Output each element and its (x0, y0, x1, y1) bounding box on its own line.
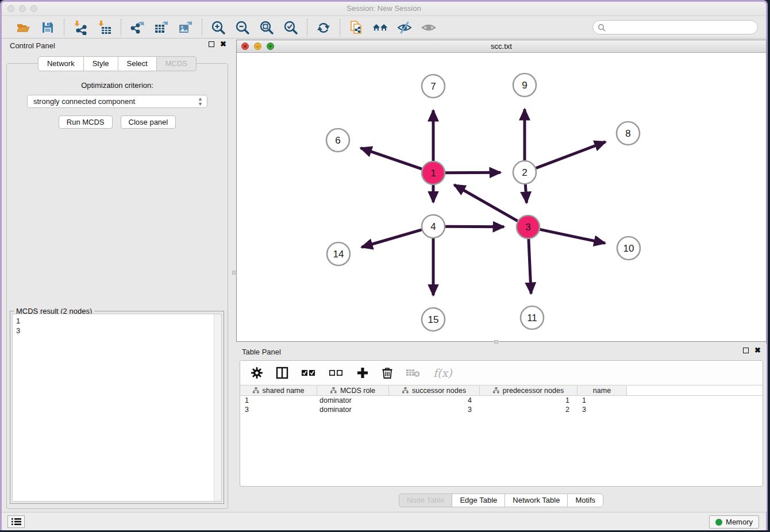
show-column-panel-icon[interactable] (276, 367, 288, 379)
search-input[interactable] (606, 22, 757, 33)
close-panel-button[interactable]: Close panel (121, 115, 176, 129)
mcds-result-group: MCDS result (2 nodes) 1 3 (10, 311, 224, 504)
network-view-window: ✕ – + scc.txt 7968124314101511 (236, 40, 767, 342)
export-table-icon[interactable] (153, 20, 170, 36)
create-column-icon[interactable] (356, 367, 369, 379)
column-type-icon (493, 387, 499, 394)
column-header-successor-nodes[interactable]: successor nodes (389, 385, 480, 396)
graph-node-label: 1 (430, 168, 436, 179)
hide-selected-eye-icon[interactable] (396, 20, 413, 36)
cell-mcds-role[interactable]: dominator (317, 405, 389, 414)
cell-predecessor-nodes[interactable]: 1 (480, 396, 578, 405)
delete-columns-icon[interactable] (382, 367, 393, 379)
cell-name[interactable]: 1 (578, 396, 627, 405)
cell-successor-nodes[interactable]: 4 (389, 396, 480, 405)
column-header-mcds-role[interactable]: MCDS role (317, 385, 389, 396)
graph-edge-3-10[interactable] (540, 229, 605, 243)
graph-edge-3-11[interactable] (529, 239, 531, 294)
mcds-result-text[interactable]: 1 3 (12, 314, 222, 502)
zoom-in-icon[interactable] (210, 20, 226, 36)
graph-node-label: 4 (430, 221, 436, 232)
export-network-icon[interactable] (129, 20, 145, 36)
run-mcds-button[interactable]: Run MCDS (59, 115, 113, 129)
memory-button[interactable]: Memory (709, 515, 759, 529)
graph-edge-2-8[interactable] (536, 142, 606, 168)
float-panel-icon[interactable] (209, 41, 214, 47)
import-network-icon[interactable] (72, 20, 88, 36)
import-table-icon[interactable] (97, 20, 113, 36)
table-row[interactable]: 1 dominator 4 1 1 (240, 396, 763, 405)
network-canvas[interactable]: 7968124314101511 (237, 53, 766, 341)
memory-label: Memory (726, 518, 753, 526)
tab-select[interactable]: Select (118, 56, 157, 71)
show-all-eye-icon[interactable] (421, 20, 437, 36)
open-file-icon[interactable] (16, 20, 32, 36)
graph-node-label: 7 (430, 81, 436, 92)
graph-node-label: 10 (623, 243, 634, 254)
tab-network-table[interactable]: Network Table (505, 494, 568, 507)
horizontal-splitter-handle[interactable] (494, 340, 498, 344)
delete-table-icon[interactable] (406, 368, 421, 378)
tab-motifs[interactable]: Motifs (567, 494, 603, 507)
cell-shared-name[interactable]: 1 (240, 396, 317, 405)
result-line: 3 (16, 326, 221, 336)
network-window-titlebar[interactable]: ✕ – + scc.txt (237, 40, 766, 53)
cell-successor-nodes[interactable]: 3 (389, 405, 480, 414)
result-scrollbar[interactable] (214, 314, 221, 501)
table-settings-gear-icon[interactable] (251, 367, 263, 379)
tab-style[interactable]: Style (83, 56, 118, 71)
column-header-name[interactable]: name (578, 385, 627, 396)
cell-filler (627, 396, 763, 405)
graph-node-label: 11 (527, 313, 537, 323)
main-toolbar (2, 17, 766, 38)
control-panel-title: Control Panel (10, 41, 55, 50)
task-history-button[interactable] (7, 515, 25, 528)
cell-filler (627, 405, 763, 414)
optimization-criterion-select[interactable]: strongly connected component ▲▼ (27, 95, 207, 108)
graph-edge-3-1[interactable] (454, 185, 517, 221)
close-panel-icon[interactable]: ✖ (220, 41, 226, 47)
table-toolbar: f(x) (240, 361, 763, 385)
zoom-fit-icon[interactable] (259, 20, 275, 36)
zoom-out-icon[interactable] (234, 20, 251, 36)
export-image-icon[interactable] (178, 20, 194, 36)
column-header-shared-name[interactable]: shared name (240, 385, 317, 396)
cell-name[interactable]: 3 (578, 405, 627, 414)
table-row[interactable]: 3 dominator 3 2 3 (240, 405, 763, 414)
app-title: Session: New Session (2, 4, 766, 13)
float-table-panel-icon[interactable] (743, 348, 749, 353)
tab-mcds[interactable]: MCDS (156, 56, 197, 71)
close-table-panel-icon[interactable]: ✖ (754, 348, 761, 353)
app-titlebar: Session: New Session (2, 2, 766, 16)
graph-node-label: 2 (522, 167, 527, 178)
column-header-predecessor-nodes[interactable]: predecessor nodes (480, 385, 578, 396)
tab-edge-table[interactable]: Edge Table (452, 494, 505, 507)
column-type-icon (253, 387, 259, 394)
cell-mcds-role[interactable]: dominator (317, 396, 389, 405)
select-all-columns-icon[interactable] (301, 368, 316, 377)
graph-edge-1-2[interactable] (445, 172, 500, 173)
search-icon (598, 24, 606, 32)
tab-network[interactable]: Network (38, 56, 84, 71)
zoom-selected-icon[interactable] (283, 20, 299, 36)
function-builder-icon[interactable]: f(x) (433, 367, 452, 379)
tab-node-table[interactable]: Node Table (399, 494, 453, 507)
unselect-all-columns-icon[interactable] (329, 368, 344, 377)
cell-shared-name[interactable]: 3 (240, 405, 317, 414)
cell-predecessor-nodes[interactable]: 2 (480, 405, 578, 414)
control-panel-tabs: Network Style Select MCDS (2, 56, 233, 71)
control-panel: Control Panel ✖ Network Style Select MCD… (2, 38, 233, 510)
clone-network-icon[interactable] (348, 20, 364, 36)
graph-edge-4-14[interactable] (361, 230, 422, 247)
application-window: Session: New Session (0, 0, 768, 530)
graph-node-label: 6 (335, 135, 340, 146)
first-neighbors-icon[interactable] (372, 20, 388, 36)
vertical-splitter-handle[interactable] (232, 271, 236, 275)
search-box[interactable] (592, 20, 758, 34)
graph-edge-2-3[interactable] (525, 184, 526, 203)
refresh-icon[interactable] (315, 20, 332, 36)
table-panel: Table Panel ✖ (236, 344, 767, 512)
save-session-icon[interactable] (40, 20, 56, 36)
graph-edge-4-3[interactable] (445, 226, 504, 227)
graph-edge-1-6[interactable] (361, 148, 422, 169)
